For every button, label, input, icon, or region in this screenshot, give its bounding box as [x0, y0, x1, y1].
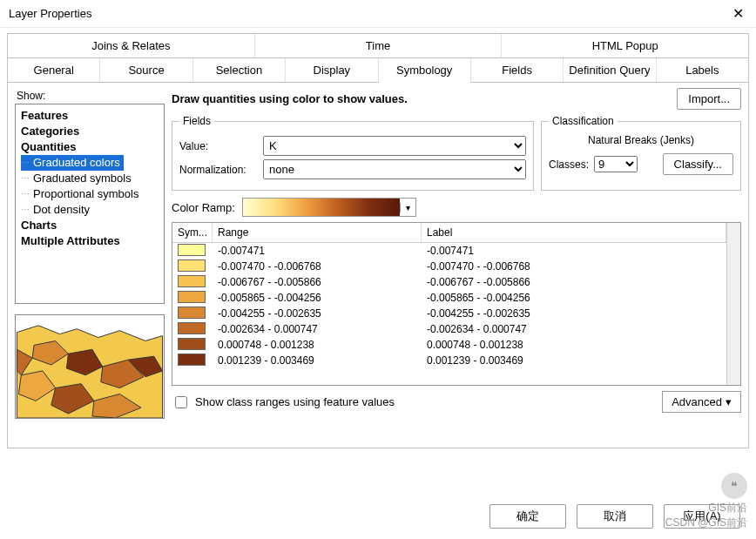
classes-label: Classes: [549, 158, 589, 171]
color-ramp-swatch [243, 199, 400, 216]
scrollbar[interactable] [726, 223, 740, 385]
tree-features[interactable]: Features [21, 108, 159, 124]
tab-selection[interactable]: Selection [193, 58, 286, 83]
chevron-down-icon[interactable]: ▾ [400, 203, 415, 212]
advanced-button[interactable]: Advanced ▾ [662, 391, 741, 413]
show-ranges-checkbox[interactable]: Show class ranges using feature values [172, 394, 662, 411]
classification-method: Natural Breaks (Jenks) [549, 134, 733, 146]
tree-dot-density[interactable]: Dot density [21, 202, 159, 218]
table-row[interactable]: -0.002634 - 0.000747-0.002634 - 0.000747 [172, 321, 726, 337]
col-label[interactable]: Label [422, 223, 726, 242]
range-cell[interactable]: -0.007470 - -0.006768 [213, 260, 422, 273]
tab-general[interactable]: General [8, 58, 100, 83]
color-ramp-label: Color Ramp: [172, 201, 235, 214]
renderer-tree[interactable]: Features Categories Quantities Graduated… [15, 104, 165, 304]
color-swatch[interactable] [178, 322, 206, 334]
table-row[interactable]: -0.007470 - -0.006768-0.007470 - -0.0067… [172, 259, 726, 274]
tab-joins-relates[interactable]: Joins & Relates [8, 34, 255, 58]
cancel-button[interactable]: 取消 [577, 504, 653, 529]
range-cell[interactable]: -0.005865 - -0.004256 [213, 292, 422, 304]
tab-definition-query[interactable]: Definition Query [564, 58, 656, 83]
color-swatch[interactable] [178, 275, 206, 287]
tab-symbology[interactable]: Symbology [379, 58, 471, 83]
range-cell[interactable]: -0.006767 - -0.005866 [213, 276, 422, 288]
range-cell[interactable]: 0.000748 - 0.001238 [213, 339, 422, 351]
tab-display[interactable]: Display [286, 58, 378, 83]
renderer-description: Draw quantities using color to show valu… [172, 92, 670, 105]
label-cell[interactable]: -0.006767 - -0.005866 [422, 276, 726, 288]
table-row[interactable]: -0.004255 - -0.002635-0.004255 - -0.0026… [172, 306, 726, 321]
ok-button[interactable]: 确定 [489, 504, 566, 529]
range-cell[interactable]: -0.002634 - 0.000747 [213, 323, 422, 335]
color-swatch[interactable] [178, 307, 206, 319]
color-swatch[interactable] [178, 291, 206, 303]
value-field-select[interactable]: K [263, 136, 526, 156]
col-range[interactable]: Range [213, 223, 422, 242]
color-swatch[interactable] [178, 244, 206, 256]
tree-graduated-symbols[interactable]: Graduated symbols [21, 171, 159, 186]
fields-legend: Fields [179, 115, 214, 127]
label-cell[interactable]: -0.005865 - -0.004256 [422, 292, 726, 304]
label-cell[interactable]: -0.007470 - -0.006768 [422, 260, 726, 273]
class-table[interactable]: Sym... Range Label -0.007471-0.007471-0.… [172, 222, 741, 386]
chat-icon: ❝ [721, 473, 747, 499]
range-cell[interactable]: 0.001239 - 0.003469 [213, 354, 422, 367]
classification-group: Classification Natural Breaks (Jenks) Cl… [541, 115, 741, 191]
show-label: Show: [17, 90, 165, 102]
classes-count-select[interactable]: 9 [594, 156, 638, 172]
label-cell[interactable]: 0.000748 - 0.001238 [422, 339, 726, 351]
color-ramp-select[interactable]: ▾ [242, 198, 416, 217]
tab-source[interactable]: Source [100, 58, 192, 83]
chevron-down-icon: ▾ [726, 395, 732, 408]
tree-graduated-colors[interactable]: Graduated colors [21, 155, 124, 171]
tab-labels[interactable]: Labels [657, 58, 748, 83]
tree-proportional-symbols[interactable]: Proportional symbols [21, 186, 159, 202]
tree-charts[interactable]: Charts [21, 218, 159, 233]
color-swatch[interactable] [178, 338, 206, 350]
label-cell[interactable]: -0.004255 - -0.002635 [422, 307, 726, 320]
dialog-footer: 确定 取消 应用(A) [489, 504, 740, 529]
classify-button[interactable]: Classify... [663, 153, 733, 175]
normalization-select[interactable]: none [263, 159, 526, 179]
show-ranges-input[interactable] [175, 396, 187, 408]
value-label: Value: [179, 140, 258, 152]
range-cell[interactable]: -0.004255 - -0.002635 [213, 307, 422, 320]
table-row[interactable]: 0.001239 - 0.0034690.001239 - 0.003469 [172, 353, 726, 368]
classification-legend: Classification [549, 115, 618, 127]
tree-multiple-attributes[interactable]: Multiple Attributes [21, 233, 159, 249]
color-swatch[interactable] [178, 259, 206, 272]
tree-quantities[interactable]: Quantities [21, 139, 159, 155]
range-cell[interactable]: -0.007471 [213, 245, 422, 257]
map-preview [15, 314, 165, 419]
import-button[interactable]: Import... [677, 88, 741, 110]
apply-button[interactable]: 应用(A) [664, 504, 740, 529]
normalization-label: Normalization: [179, 164, 258, 176]
table-row[interactable]: -0.006767 - -0.005866-0.006767 - -0.0058… [172, 274, 726, 290]
label-cell[interactable]: -0.002634 - 0.000747 [422, 323, 726, 335]
title-bar: Layer Properties ✕ [0, 0, 756, 28]
tab-html-popup[interactable]: HTML Popup [502, 34, 748, 58]
close-icon[interactable]: ✕ [729, 5, 747, 22]
window-title: Layer Properties [9, 7, 729, 20]
tab-time[interactable]: Time [255, 34, 503, 58]
color-swatch[interactable] [178, 354, 206, 366]
table-row[interactable]: -0.005865 - -0.004256-0.005865 - -0.0042… [172, 290, 726, 306]
table-row[interactable]: 0.000748 - 0.0012380.000748 - 0.001238 [172, 337, 726, 353]
fields-group: Fields Value: K Normalization: none [172, 115, 534, 191]
tab-strip: Joins & Relates Time HTML Popup General … [7, 33, 749, 83]
tab-fields[interactable]: Fields [471, 58, 564, 83]
tree-categories[interactable]: Categories [21, 124, 159, 139]
show-ranges-label: Show class ranges using feature values [195, 395, 395, 408]
col-symbol[interactable]: Sym... [172, 223, 213, 242]
label-cell[interactable]: -0.007471 [422, 245, 726, 257]
label-cell[interactable]: 0.001239 - 0.003469 [422, 354, 726, 367]
table-row[interactable]: -0.007471-0.007471 [172, 243, 726, 259]
